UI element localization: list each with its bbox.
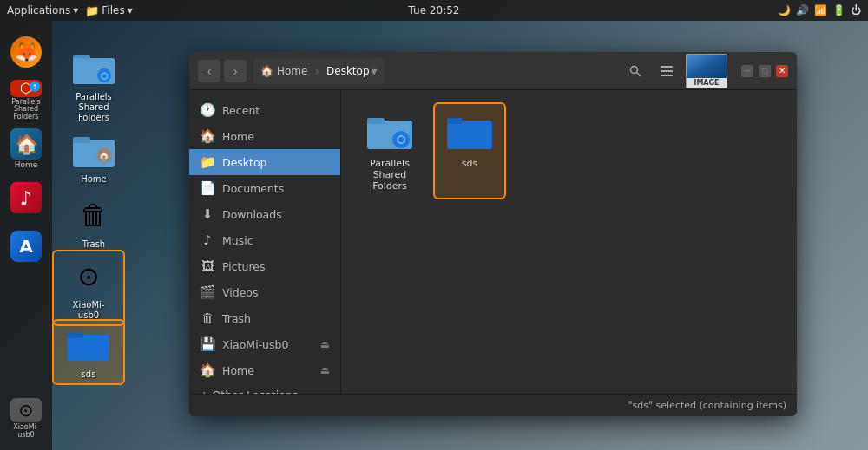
desktop-icon-trash[interactable]: 🗑 Trash xyxy=(59,191,128,253)
main-content[interactable]: ⬡ Parallels Shared Folders sds xyxy=(341,90,797,394)
svg-rect-20 xyxy=(447,121,492,149)
pictures-icon: 🖼 xyxy=(200,258,215,274)
desktop-icon-home-label: Home xyxy=(81,174,107,185)
taskbar-firefox[interactable]: 🦊 xyxy=(5,31,47,73)
back-button[interactable]: ‹ xyxy=(198,60,220,82)
sidebar-xiaomi-label: XiaoMi-usb0 xyxy=(222,338,313,351)
home-icon: 🏠 xyxy=(260,65,273,77)
sds-folder-icon xyxy=(447,109,492,154)
svg-rect-17 xyxy=(367,118,385,124)
sidebar-item-music[interactable]: ♪ Music xyxy=(189,227,340,253)
recent-icon: 🕐 xyxy=(200,102,215,118)
breadcrumb-separator: › xyxy=(312,64,321,78)
sidebar-recent-label: Recent xyxy=(222,104,330,117)
taskbar-music[interactable]: ♪ xyxy=(5,177,47,218)
maximize-button[interactable]: □ xyxy=(759,65,771,77)
sidebar: 🕐 Recent 🏠 Home 📁 Desktop 📄 Documents ⬇ … xyxy=(189,90,341,394)
search-button[interactable] xyxy=(623,59,648,83)
close-button[interactable]: ✕ xyxy=(776,65,788,77)
svg-rect-9 xyxy=(68,335,109,361)
breadcrumb-home[interactable]: 🏠 Home xyxy=(260,65,312,77)
sidebar-item-trash[interactable]: 🗑 Trash xyxy=(189,305,340,331)
moon-icon[interactable]: 🌙 xyxy=(778,4,791,16)
sidebar-item-videos[interactable]: 🎬 Videos xyxy=(189,279,340,305)
svg-rect-14 xyxy=(661,70,673,72)
desktop-icon-parallels[interactable]: ⬡ ParallelsSharedFolders xyxy=(59,43,128,127)
sidebar-item-documents[interactable]: 📄 Documents xyxy=(189,175,340,201)
sidebar-desktop-label: Desktop xyxy=(222,156,330,169)
svg-text:⬡: ⬡ xyxy=(397,134,405,146)
files-chevron: ▾ xyxy=(128,4,133,16)
image-preview: IMAGE xyxy=(686,54,727,88)
top-bar: Applications ▾ 📁 Files ▾ Tue 20:52 🌙 🔊 📶… xyxy=(0,0,868,21)
top-bar-left: Applications ▾ 📁 Files ▾ xyxy=(7,4,133,17)
sidebar-documents-label: Documents xyxy=(222,182,330,195)
title-bar-actions: IMAGE xyxy=(623,54,727,88)
desktop-icon-xiaomi-label: XiaoMi-usb0 xyxy=(73,300,105,321)
window-controls: ─ □ ✕ xyxy=(741,65,788,77)
sidebar-item-xiaomi[interactable]: 💾 XiaoMi-usb0 ⏏ xyxy=(189,331,340,357)
breadcrumb-current: Desktop xyxy=(321,65,370,77)
taskbar-xiaomi[interactable]: ⊙ XiaoMi-usb0 xyxy=(5,398,47,440)
sidebar-item-recent[interactable]: 🕐 Recent xyxy=(189,97,340,123)
home2-sidebar-icon: 🏠 xyxy=(200,362,215,378)
home2-eject-icon[interactable]: ⏏ xyxy=(320,364,330,376)
sidebar-item-pictures[interactable]: 🖼 Pictures xyxy=(189,253,340,279)
files-menu[interactable]: 📁 Files ▾ xyxy=(85,4,132,17)
svg-rect-6 xyxy=(73,137,90,143)
minimize-button[interactable]: ─ xyxy=(741,65,753,77)
desktop-icon-sds[interactable]: sds xyxy=(54,321,123,383)
sidebar-music-label: Music xyxy=(222,234,330,247)
breadcrumb-arrow: ▾ xyxy=(372,64,378,78)
sidebar-item-other-locations[interactable]: + Other Locations xyxy=(189,383,340,394)
taskbar-home-label: Home xyxy=(15,161,38,170)
sidebar-item-downloads[interactable]: ⬇ Downloads xyxy=(189,201,340,227)
desktop-sidebar-icon: 📁 xyxy=(200,154,215,170)
taskbar-parallels[interactable]: ⬡ ↑ ParallelsSharedFolders xyxy=(5,80,47,121)
breadcrumb-home-label: Home xyxy=(277,65,307,77)
svg-point-11 xyxy=(631,66,638,73)
applications-menu[interactable]: Applications ▾ xyxy=(7,4,78,16)
sidebar-item-home2[interactable]: 🏠 Home ⏏ xyxy=(189,357,340,383)
file-icon-parallels-shared[interactable]: ⬡ Parallels Shared Folders xyxy=(355,104,424,198)
nav-buttons: ‹ › xyxy=(198,60,247,82)
taskbar-appstore[interactable]: A xyxy=(5,225,47,267)
file-icon-sds[interactable]: sds xyxy=(435,104,504,198)
desktop-icon-trash-label: Trash xyxy=(82,239,105,250)
sidebar-item-home[interactable]: 🏠 Home xyxy=(189,123,340,149)
svg-rect-21 xyxy=(447,118,463,124)
videos-icon: 🎬 xyxy=(200,284,215,300)
battery-icon[interactable]: 🔋 xyxy=(832,4,845,16)
status-text: "sds" selected (containing items) xyxy=(628,400,787,411)
sds-label: sds xyxy=(462,158,477,169)
desktop-icon-xiaomi[interactable]: ⊙ XiaoMi-usb0 xyxy=(54,251,123,324)
fm-body: 🕐 Recent 🏠 Home 📁 Desktop 📄 Documents ⬇ … xyxy=(189,90,797,394)
svg-text:🏠: 🏠 xyxy=(98,149,110,161)
svg-rect-10 xyxy=(68,332,83,338)
desktop-icon-sds-label: sds xyxy=(82,369,96,380)
xiaomi-eject-icon[interactable]: ⏏ xyxy=(320,338,330,350)
svg-text:⬡: ⬡ xyxy=(101,71,108,81)
taskbar-home[interactable]: 🏠 Home xyxy=(5,128,47,170)
volume-icon[interactable]: 🔊 xyxy=(796,4,809,16)
top-bar-right: 🌙 🔊 📶 🔋 ⏻ xyxy=(778,4,861,16)
power-icon[interactable]: ⏻ xyxy=(851,4,861,16)
music-sidebar-icon: ♪ xyxy=(200,232,215,248)
sidebar-item-desktop[interactable]: 📁 Desktop xyxy=(189,149,340,175)
sidebar-trash-label: Trash xyxy=(222,312,330,325)
svg-rect-15 xyxy=(661,75,673,76)
sidebar-home2-label: Home xyxy=(222,364,313,377)
files-label: Files xyxy=(102,4,124,16)
documents-icon: 📄 xyxy=(200,180,215,196)
desktop-icon-home[interactable]: 🏠 Home xyxy=(59,126,128,188)
list-view-button[interactable] xyxy=(654,59,679,83)
taskbar: 🦊 ⬡ ↑ ParallelsSharedFolders 🏠 Home ♪ A xyxy=(0,21,52,450)
parallels-folder-icon: ⬡ xyxy=(367,109,412,154)
files-grid: ⬡ Parallels Shared Folders sds xyxy=(355,104,783,198)
svg-rect-13 xyxy=(661,66,673,68)
network-icon[interactable]: 📶 xyxy=(814,4,827,16)
sidebar-pictures-label: Pictures xyxy=(222,260,330,273)
forward-button[interactable]: › xyxy=(224,60,247,82)
title-bar: ‹ › 🏠 Home › Desktop ▾ IMAGE xyxy=(189,52,797,90)
home-sidebar-icon: 🏠 xyxy=(200,128,215,144)
